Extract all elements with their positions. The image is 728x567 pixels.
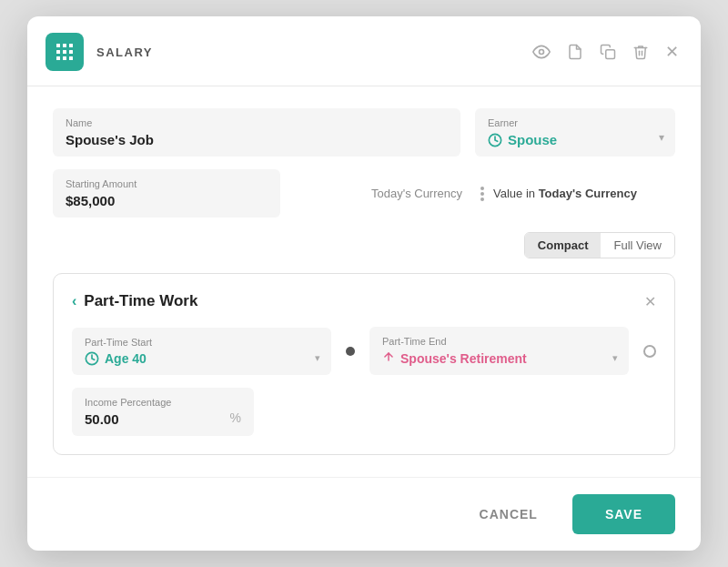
card-title-text: Part-Time Work bbox=[84, 292, 197, 310]
connector-circle bbox=[643, 345, 656, 358]
earner-label: Earner bbox=[488, 117, 662, 128]
card-header: ‹ Part-Time Work ✕ bbox=[72, 292, 656, 310]
value-today-label: Value in Today's Currency bbox=[493, 187, 675, 200]
svg-rect-3 bbox=[56, 50, 60, 54]
value-prefix: Value in bbox=[493, 187, 535, 200]
card-fields: Part-Time Start Age 40 ▾ bbox=[72, 327, 656, 436]
card-title: ‹ Part-Time Work bbox=[72, 292, 197, 310]
amount-row: Starting Amount $85,000 Today's Currency… bbox=[53, 169, 675, 218]
income-value: 50.00 bbox=[85, 411, 119, 427]
start-field-label: Part-Time Start bbox=[85, 337, 318, 348]
eye-icon[interactable] bbox=[532, 43, 551, 61]
svg-point-9 bbox=[540, 50, 544, 55]
income-percentage-field: Income Percentage 50.00 % bbox=[72, 388, 254, 436]
end-dropdown-arrow: ▾ bbox=[612, 352, 618, 364]
svg-rect-6 bbox=[56, 56, 60, 60]
name-label: Name bbox=[66, 117, 448, 128]
end-field-label: Part-Time End bbox=[382, 336, 616, 347]
delete-icon[interactable] bbox=[632, 43, 649, 61]
toggle-group: Compact Full View bbox=[524, 232, 675, 258]
starting-amount-value: $85,000 bbox=[66, 193, 268, 208]
save-button[interactable]: SAVE bbox=[572, 494, 675, 534]
svg-rect-5 bbox=[69, 50, 73, 54]
start-value-text: Age 40 bbox=[105, 351, 147, 366]
salary-logo bbox=[46, 33, 84, 71]
header-actions: ✕ bbox=[532, 42, 679, 62]
starting-amount-field: Starting Amount $85,000 bbox=[53, 169, 280, 218]
card-close-icon[interactable]: ✕ bbox=[644, 293, 656, 310]
modal-title: SALARY bbox=[96, 46, 532, 59]
svg-rect-2 bbox=[69, 44, 73, 47]
start-field-value: Age 40 bbox=[85, 351, 318, 366]
income-value-row: 50.00 bbox=[85, 411, 241, 427]
end-value-text: Spouse's Retirement bbox=[400, 351, 527, 366]
modal-footer: CANCEL SAVE bbox=[27, 477, 701, 551]
earner-name: Spouse bbox=[508, 132, 557, 147]
part-time-work-card: ‹ Part-Time Work ✕ Part-Time Start bbox=[53, 273, 675, 455]
name-value: Spouse's Job bbox=[66, 132, 448, 147]
name-earner-row: Name Spouse's Job Earner Spouse ▾ bbox=[53, 108, 675, 157]
svg-rect-4 bbox=[63, 50, 66, 54]
currency-label: Today's Currency bbox=[280, 187, 471, 200]
svg-rect-8 bbox=[69, 56, 73, 60]
more-options-icon[interactable] bbox=[471, 187, 493, 201]
compact-toggle-button[interactable]: Compact bbox=[525, 233, 602, 258]
end-arrow-icon bbox=[382, 350, 395, 366]
close-icon[interactable]: ✕ bbox=[665, 42, 679, 62]
earner-dropdown-arrow: ▾ bbox=[659, 131, 664, 144]
svg-rect-0 bbox=[56, 44, 60, 47]
modal-header: SALARY bbox=[27, 16, 701, 86]
part-time-start-field: Part-Time Start Age 40 ▾ bbox=[72, 328, 331, 375]
starting-amount-label: Starting Amount bbox=[66, 178, 268, 189]
document-icon[interactable] bbox=[567, 43, 583, 61]
start-dropdown-arrow: ▾ bbox=[315, 352, 320, 364]
start-end-row: Part-Time Start Age 40 ▾ bbox=[72, 327, 656, 375]
svg-rect-1 bbox=[63, 44, 66, 47]
cancel-button[interactable]: CANCEL bbox=[458, 496, 560, 532]
part-time-end-field: Part-Time End Spouse's Retirement ▾ bbox=[369, 327, 629, 375]
end-field-value: Spouse's Retirement bbox=[382, 350, 616, 366]
full-view-toggle-button[interactable]: Full View bbox=[601, 233, 674, 258]
percent-symbol: % bbox=[230, 410, 241, 425]
salary-modal: SALARY bbox=[27, 16, 701, 551]
modal-body: Name Spouse's Job Earner Spouse ▾ bbox=[27, 86, 701, 477]
earner-field[interactable]: Earner Spouse ▾ bbox=[475, 108, 675, 157]
svg-rect-10 bbox=[606, 50, 615, 59]
copy-icon[interactable] bbox=[600, 43, 616, 61]
svg-rect-7 bbox=[63, 56, 66, 60]
income-label: Income Percentage bbox=[85, 397, 241, 408]
income-row: Income Percentage 50.00 % bbox=[72, 388, 656, 436]
connector-dot bbox=[346, 347, 355, 356]
name-field: Name Spouse's Job bbox=[53, 108, 460, 157]
value-bold: Today's Currency bbox=[539, 187, 637, 200]
view-toggle: Compact Full View bbox=[53, 232, 675, 258]
card-back-arrow[interactable]: ‹ bbox=[72, 293, 76, 309]
earner-value: Spouse bbox=[488, 132, 662, 147]
start-clock-icon bbox=[85, 351, 99, 366]
earner-clock-icon bbox=[488, 133, 502, 147]
